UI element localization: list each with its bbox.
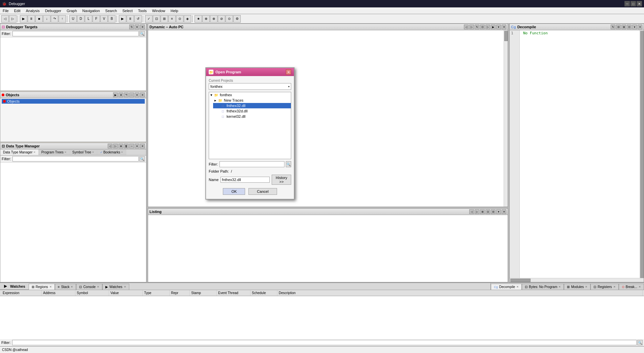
toolbar-extra3[interactable]: ⊗ [210,15,217,23]
listing-back[interactable]: ◁ [469,209,474,214]
dialog-close-button[interactable]: ✕ [286,69,291,75]
toolbar-restart[interactable]: ↺ [134,15,142,23]
dynamic-nav2[interactable]: ▷ [485,25,490,29]
dtm-tab-close[interactable]: ✕ [33,151,36,154]
menu-graph[interactable]: Graph [64,7,80,14]
toolbar-dbg4[interactable]: ⊙ [176,15,183,23]
toolbar-dbg5[interactable]: ◈ [184,15,191,23]
targets-filter-search[interactable]: 🔍 [139,31,145,36]
dtm-filter-input[interactable] [12,156,139,162]
targets-refresh[interactable]: ↻ [129,25,134,29]
dtm-minimize[interactable]: ─ [129,144,134,148]
projects-dropdown[interactable]: fonthex ▾ [209,83,291,90]
toolbar-extra2[interactable]: ⊕ [202,15,210,23]
menu-file[interactable]: File [0,7,11,14]
dynamic-nav1[interactable]: ⊡ [480,25,485,29]
console-close[interactable]: ✕ [97,285,99,288]
toolbar-btn2[interactable]: D [77,15,84,23]
dynamic-close[interactable]: ✕ [502,25,506,29]
toolbar-step-out[interactable]: ↑ [59,15,66,23]
pt-tab-close[interactable]: ✕ [64,151,67,154]
menu-search[interactable]: Search [103,7,120,14]
menu-tools[interactable]: Tools [135,7,149,14]
decompile-right[interactable]: ⊞ [621,25,626,29]
listing-grid[interactable]: ⊟ [491,209,496,214]
toolbar-extra1[interactable]: ★ [195,15,202,23]
toolbar-dbg2[interactable]: ⊞ [161,15,168,23]
objects-item[interactable]: Objects [2,99,145,104]
toolbar-btn4[interactable]: F [93,15,100,23]
dynamic-refresh[interactable]: ↻ [475,25,479,29]
close-button[interactable]: ✕ [637,1,642,6]
toolbar-pause2[interactable]: ⏸ [127,15,134,23]
toolbar-play2[interactable]: ▶ [119,15,126,23]
registers-close[interactable]: ✕ [613,285,616,288]
dialog-history-btn[interactable]: History >> [272,175,291,185]
dynamic-play[interactable]: ▶ [491,25,496,29]
tree-fnthex32[interactable]: □ fnthex32.dll [213,103,291,108]
menu-edit[interactable]: Edit [11,7,23,14]
menu-debugger[interactable]: Debugger [42,7,64,14]
dynamic-dropdown[interactable]: ▾ [496,25,501,29]
toolbar-btn5[interactable]: V [100,15,108,23]
toolbar-extra4[interactable]: ⊘ [218,15,225,23]
toolbar-check[interactable]: ✓ [145,15,152,23]
dtm-nav-back[interactable]: ◁ [108,144,112,148]
tree-new-traces[interactable]: ▸ 📁 New Traces [213,98,291,103]
toolbar-dbg1[interactable]: ⊡ [153,15,160,23]
dtm-dropdown[interactable]: ▾ [135,144,139,148]
menu-analysis[interactable]: Analysis [23,7,42,14]
bytes-close[interactable]: ✕ [558,285,561,288]
watches-filter-input[interactable] [12,340,637,345]
targets-filter-input[interactable] [12,31,139,36]
menu-window[interactable]: Window [149,7,168,14]
toolbar-step-over[interactable]: ↷ [51,15,58,23]
tab-data-type-manager[interactable]: Data Type Manager ✕ [0,149,39,155]
regions-close[interactable]: ✕ [49,285,52,288]
dialog-name-input[interactable] [221,177,270,183]
listing-dropdown[interactable]: ▾ [496,209,501,214]
tree-kernel32[interactable]: □ kernel32.dll [213,114,291,119]
dialog-ok-button[interactable]: OK [223,188,245,195]
restore-button[interactable]: □ [631,1,636,6]
tab-stack[interactable]: ≡ Stack ✕ [55,284,76,290]
dtm-action[interactable]: ⊕ [118,144,123,148]
toolbar-run[interactable]: ▶ [20,15,27,23]
objects-run[interactable]: ▶ [113,93,118,97]
tab-break[interactable]: ⊙ Break... ✕ [619,284,644,290]
tree-root[interactable]: ▾ 📁 fonthex [209,92,291,98]
break-close[interactable]: ✕ [639,285,641,288]
targets-dropdown[interactable]: ▾ [135,25,139,29]
tab-bytes[interactable]: ⊡ Bytes: No Program ✕ [522,284,564,290]
toolbar-btn1[interactable]: U [69,15,77,23]
toolbar-btn6[interactable]: B [108,15,115,23]
dynamic-fwd[interactable]: ▷ [469,25,474,29]
dynamic-back[interactable]: ◁ [464,25,469,29]
toolbar-btn3[interactable]: L [85,15,92,23]
toolbar-step-into[interactable]: ↓ [43,15,50,23]
listing-copy[interactable]: ⊡ [485,209,490,214]
stack-close[interactable]: ✕ [71,285,73,288]
tab-modules[interactable]: ⊞ Modules ✕ [564,284,590,290]
tab-program-trees[interactable]: Program Trees ✕ [39,149,70,155]
targets-close[interactable]: ✕ [140,25,145,29]
toolbar-forward[interactable]: ▷ [9,15,16,23]
menu-help[interactable]: Help [168,7,181,14]
decompile-bottom-close[interactable]: ✕ [516,285,519,288]
listing-fwd[interactable]: ▷ [475,209,479,214]
watches-close[interactable]: ✕ [124,285,126,288]
objects-dropdown[interactable]: ▾ [135,93,139,97]
toolbar-dbg3[interactable]: ≡ [168,15,176,23]
tab-decompile-bottom[interactable]: Cg Decompile ✕ [491,284,522,290]
decompile-hscroll[interactable] [510,278,644,282]
bk-tab-close[interactable]: ✕ [121,151,123,154]
tab-bookmarks[interactable]: ✓ Bookmarks ✕ [97,149,126,155]
toolbar-extra5[interactable]: ⊙ [226,15,233,23]
st-tab-close[interactable]: ✕ [92,151,94,154]
minimize-button[interactable]: ─ [624,1,630,6]
tab-regions[interactable]: ⊞ Regions ✕ [29,284,55,290]
tab-symbol-tree[interactable]: Symbol Tree ✕ [70,149,97,155]
dtm-nav-fwd[interactable]: ▷ [113,144,118,148]
menu-select[interactable]: Select [120,7,135,14]
objects-pause[interactable]: ⏸ [118,93,123,97]
